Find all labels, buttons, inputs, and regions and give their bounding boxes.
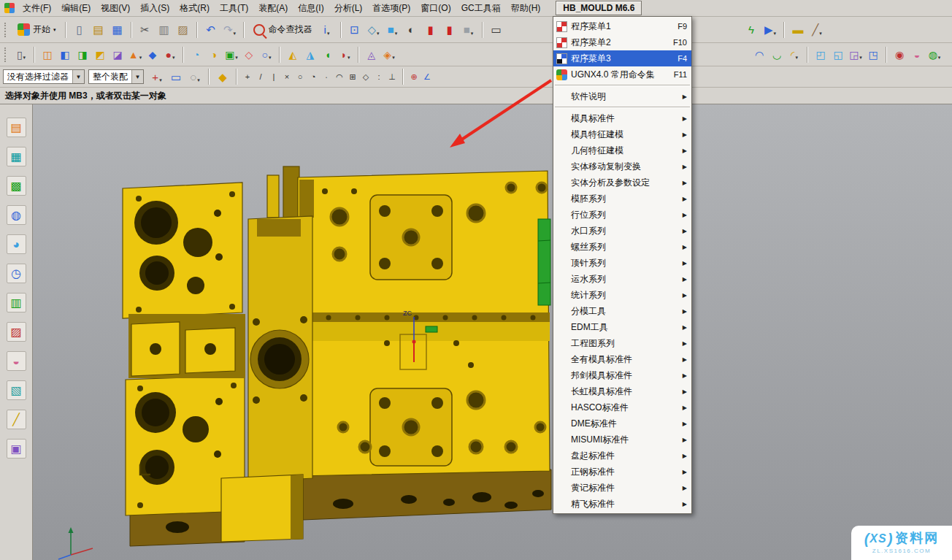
menubar-item-view[interactable]: 视图(V) <box>96 0 135 17</box>
graphics-viewport[interactable]: ZC (XS) 资料网 ZL.XS1616.COM <box>33 104 952 560</box>
selection-scope-dropdown[interactable]: 整个装配 ▼ <box>88 69 144 84</box>
surface-icon-2[interactable]: ◱ <box>830 47 846 63</box>
select-highlight-icon[interactable]: +▾ <box>148 68 166 85</box>
surface-icon-1[interactable]: ◰ <box>813 47 829 63</box>
analysis-icon[interactable]: ◉ <box>891 47 907 63</box>
blue-arrow-icon[interactable]: ▶▾ <box>761 21 779 39</box>
menubar-item-assemblies[interactable]: 装配(A) <box>253 0 293 17</box>
feature-icon-1[interactable]: ◫ <box>39 47 55 63</box>
select-inside-icon[interactable]: ▭ <box>167 68 185 85</box>
context-menu-item-24[interactable]: 邦剑模具标准件▶ <box>553 367 691 383</box>
undo-icon[interactable]: ↶ <box>202 21 220 39</box>
snap-toggle-icon[interactable]: ◆ <box>214 68 231 85</box>
context-menu-item-25[interactable]: 长虹模具标准件▶ <box>553 383 691 399</box>
context-menu-item-26[interactable]: HASCO标准件▶ <box>553 399 691 415</box>
context-menu-item-19[interactable]: 统计系列▶ <box>553 287 691 303</box>
red-cylinder-icon-2[interactable]: ▮ <box>441 21 458 39</box>
select-lasso-icon-caret[interactable]: ▾ <box>197 77 200 85</box>
start-menu-button[interactable]: 开始 ▾ <box>12 21 61 38</box>
menubar-item-preferences[interactable]: 首选项(P) <box>367 0 415 17</box>
snap-grid-icon[interactable]: ⊞ <box>346 70 359 83</box>
snap-intersection-icon[interactable]: × <box>280 70 293 83</box>
web-browser-icon[interactable]: ◕ <box>7 234 26 254</box>
context-menu-item-9[interactable]: 模具特征建模▶ <box>553 126 691 142</box>
feature-icon-11-caret[interactable]: ▾ <box>235 55 238 62</box>
context-menu-item-15[interactable]: 水口系列▶ <box>553 223 691 239</box>
viewport-frame-icon[interactable]: ▭ <box>488 21 505 39</box>
context-menu-item-10[interactable]: 几何特征建模▶ <box>553 142 691 158</box>
snap-arc-center-icon[interactable]: ○ <box>293 70 307 83</box>
feature-icon-4[interactable]: ◩ <box>92 47 108 63</box>
context-menu-item-17[interactable]: 顶针系列▶ <box>553 255 691 271</box>
system-scene-icon[interactable]: ▧ <box>7 380 26 400</box>
context-menu-item-12[interactable]: 实体分析及参数设定▶ <box>553 174 691 191</box>
palette-icon[interactable]: ▣ <box>7 439 26 459</box>
assembly-navigator-icon[interactable]: ▤ <box>7 118 26 137</box>
feature-icon-15[interactable]: ◮ <box>302 47 318 63</box>
context-menu-item-32[interactable]: 精飞标准件▶ <box>553 496 691 512</box>
context-menu-item-6[interactable]: 软件说明▶ <box>553 88 691 104</box>
menubar-item-help[interactable]: 帮助(H) <box>506 0 546 17</box>
context-menu-item-18[interactable]: 运水系列▶ <box>553 271 691 287</box>
surface-icon-3-caret[interactable]: ▾ <box>859 55 862 62</box>
block-icon[interactable]: ■▾ <box>384 21 402 39</box>
curve-icon-1[interactable]: ◠ <box>751 47 767 63</box>
feature-icon-6[interactable]: ▲▾ <box>127 47 143 63</box>
context-menu-item-13[interactable]: 模胚系列▶ <box>553 191 691 207</box>
copy-icon[interactable]: ▥ <box>156 21 173 39</box>
open-folder-icon[interactable]: ▤ <box>90 21 107 39</box>
feature-icon-12[interactable]: ◇ <box>241 47 257 63</box>
save-icon[interactable]: ▦ <box>109 21 126 39</box>
menubar-item-tools[interactable]: 工具(T) <box>215 0 253 17</box>
curve-icon-3-caret[interactable]: ▾ <box>795 55 798 62</box>
menubar-item-information[interactable]: 信息(I) <box>293 0 329 17</box>
snap-tangent-icon[interactable]: ◠ <box>333 70 346 83</box>
snap-face-icon[interactable]: ◇ <box>359 70 372 83</box>
history-icon[interactable]: ◷ <box>7 264 26 283</box>
surface-icon-4[interactable]: ◳ <box>865 47 881 63</box>
feature-icon-3[interactable]: ◨ <box>74 47 91 63</box>
context-menu-item-20[interactable]: 分模工具▶ <box>553 303 691 319</box>
surface-icon-3[interactable]: ◲▾ <box>848 47 864 63</box>
constraint-navigator-icon[interactable]: ▦ <box>7 147 26 166</box>
menubar-item-format[interactable]: 格式(R) <box>174 0 215 17</box>
context-menu-item-16[interactable]: 螺丝系列▶ <box>553 239 691 255</box>
dropdown-arrow-icon[interactable]: ▼ <box>72 70 84 83</box>
wcs-orient-icon[interactable]: ⊕ <box>407 70 421 83</box>
datum-plane-icon-caret[interactable]: ▾ <box>377 31 380 38</box>
sheet-icon[interactable]: ▯▾ <box>13 47 29 63</box>
context-menu-item-1[interactable]: 程序菜单1F9 <box>553 18 691 34</box>
toolbar-grip[interactable] <box>4 23 9 37</box>
curve-icon-3[interactable]: ◜▾ <box>786 47 802 63</box>
snap-point-icon[interactable]: + <box>241 70 254 83</box>
snap-constraint-icon[interactable]: ⊥ <box>385 70 399 83</box>
select-lasso-icon[interactable]: ◌▾ <box>186 68 204 85</box>
feature-icon-17[interactable]: ◗▾ <box>337 47 353 63</box>
snap-existing-point-icon[interactable]: ∙ <box>320 70 333 83</box>
pen-icon[interactable]: ╱ <box>7 410 26 429</box>
measure-angle-icon[interactable]: ∠ <box>421 70 434 83</box>
bolt-icon[interactable]: ϟ <box>742 21 760 39</box>
context-menu-item-14[interactable]: 行位系列▶ <box>553 207 691 223</box>
context-menu-item-8[interactable]: 模具标准件▶ <box>553 110 691 126</box>
new-file-icon[interactable]: ▯ <box>71 21 88 39</box>
context-menu-item-3[interactable]: 程序菜单3F4 <box>553 50 691 66</box>
select-highlight-icon-caret[interactable]: ▾ <box>159 77 162 85</box>
context-menu-item-23[interactable]: 全有模具标准件▶ <box>553 351 691 367</box>
snap-two-point-icon[interactable]: : <box>372 70 385 83</box>
datum-plane-icon[interactable]: ◇▾ <box>365 21 383 39</box>
toolbar-grip[interactable] <box>4 47 9 62</box>
scene-icon[interactable]: ◍▾ <box>926 47 943 63</box>
red-cylinder-icon-1[interactable]: ▮ <box>422 21 439 39</box>
feature-icon-8-caret[interactable]: ▾ <box>172 55 175 62</box>
paste-icon[interactable]: ▨ <box>174 21 192 39</box>
feature-icon-8[interactable]: ●▾ <box>162 47 178 63</box>
gray-cube-icon-caret[interactable]: ▾ <box>471 31 474 38</box>
context-menu-item-2[interactable]: 程序菜单2F10 <box>553 34 691 50</box>
feature-icon-18[interactable]: ◬ <box>364 47 380 63</box>
feature-icon-10[interactable]: ◑ <box>206 47 222 63</box>
feature-icon-5[interactable]: ◪ <box>110 47 126 63</box>
snap-endpoint-icon[interactable]: / <box>254 70 267 83</box>
feature-icon-6-caret[interactable]: ▾ <box>139 55 142 62</box>
menubar-item-gc-toolbox[interactable]: GC工具箱 <box>456 0 506 17</box>
